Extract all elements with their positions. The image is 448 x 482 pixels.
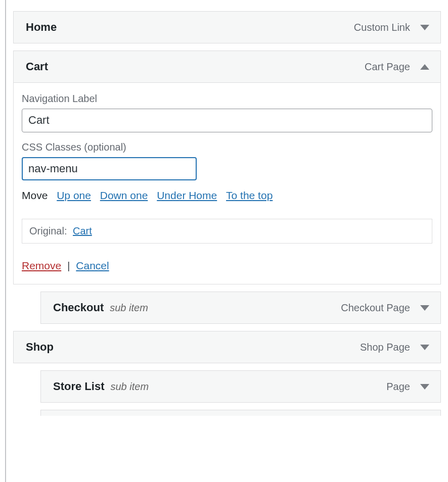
item-actions: Remove | Cancel [22, 260, 432, 272]
original-label: Original: [29, 225, 67, 236]
menu-item-type: Cart Page [365, 61, 410, 73]
menu-item-checkout[interactable]: Checkout sub item Checkout Page [40, 292, 441, 324]
menu-item-bar[interactable]: Shop Shop Page [13, 331, 441, 363]
chevron-up-icon [420, 64, 429, 70]
menu-item-type: Custom Link [354, 22, 410, 33]
css-classes-input[interactable] [22, 157, 197, 181]
expand-toggle[interactable] [419, 302, 430, 313]
expand-toggle[interactable] [419, 381, 430, 392]
menu-item-title: Cart [26, 60, 48, 73]
menu-item-title: Shop [26, 341, 54, 354]
css-classes-field-label: CSS Classes (optional) [22, 141, 432, 153]
original-page-link[interactable]: Cart [73, 225, 92, 236]
original-box: Original: Cart [22, 219, 432, 244]
menu-item-settings-panel: Navigation Label CSS Classes (optional) … [13, 83, 441, 284]
chevron-down-icon [420, 345, 429, 350]
chevron-down-icon [420, 25, 429, 30]
chevron-down-icon [420, 384, 429, 390]
move-down-one-link[interactable]: Down one [100, 189, 148, 201]
menu-item-bar[interactable] [40, 410, 441, 416]
menu-item-title: Home [26, 21, 57, 34]
move-controls: Move Up one Down one Under Home To the t… [22, 189, 432, 202]
menu-item-type: Page [386, 381, 410, 393]
menu-item-cart[interactable]: Cart Cart Page Navigation Label CSS Clas… [13, 51, 441, 284]
separator: | [64, 260, 73, 271]
menu-item-bar[interactable]: Store List sub item Page [40, 370, 441, 403]
chevron-down-icon [420, 305, 429, 311]
menu-item-bar[interactable]: Cart Cart Page [13, 51, 441, 83]
cancel-link[interactable]: Cancel [76, 260, 109, 271]
navigation-label-field-label: Navigation Label [22, 93, 432, 105]
remove-link[interactable]: Remove [22, 260, 61, 271]
navigation-label-input[interactable] [22, 109, 432, 132]
expand-toggle[interactable] [419, 342, 430, 353]
move-under-home-link[interactable]: Under Home [157, 189, 217, 201]
move-to-top-link[interactable]: To the top [226, 189, 273, 201]
menu-item-type: Shop Page [360, 342, 410, 353]
menu-item-store-list[interactable]: Store List sub item Page [40, 370, 441, 403]
menu-item-type: Checkout Page [341, 302, 410, 314]
menu-item-bar[interactable]: Checkout sub item Checkout Page [40, 292, 441, 324]
menu-item-title: Checkout [53, 301, 104, 314]
menu-item-home[interactable]: Home Custom Link [13, 11, 441, 43]
menu-item-shop[interactable]: Shop Shop Page [13, 331, 441, 363]
subitem-label: sub item [110, 381, 149, 393]
menu-item-partial[interactable] [40, 410, 441, 416]
move-label: Move [22, 189, 48, 201]
move-up-one-link[interactable]: Up one [57, 189, 91, 201]
collapse-toggle[interactable] [419, 61, 430, 72]
menu-item-bar[interactable]: Home Custom Link [13, 11, 441, 43]
expand-toggle[interactable] [419, 22, 430, 33]
subitem-label: sub item [110, 302, 148, 314]
menu-item-title: Store List [53, 380, 104, 393]
